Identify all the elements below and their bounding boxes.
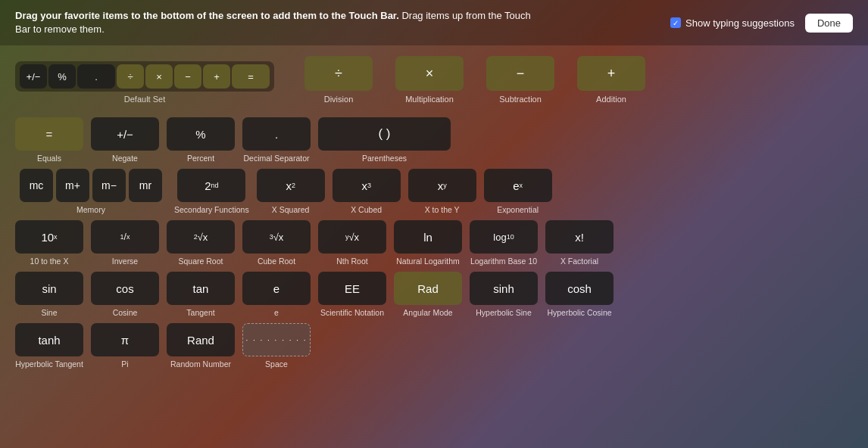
show-typing-text: Show typing suggestions [685,17,795,29]
default-multiply-btn[interactable]: × [145,64,173,89]
negate-label: Negate [112,154,138,163]
pi-btn[interactable]: π [91,323,159,356]
sin-label: Sine [41,308,57,317]
show-typing-checkbox[interactable]: ✓ [670,17,681,28]
cell-memory: mc m+ m− mr Memory [15,169,167,214]
cell-e: e e [242,272,311,317]
top-ops: ÷ Division × Multiplication − Subtractio… [304,56,645,104]
default-percent-btn[interactable]: % [48,64,76,89]
ee-label: Scientific Notation [320,308,384,317]
decimal-btn[interactable]: . [242,117,311,151]
decimal-label: Decimal Separator [244,154,310,163]
xfact-btn[interactable]: x! [545,220,614,254]
ln-btn[interactable]: ln [394,220,462,254]
cell-log10: log10 Logarithm Base 10 [470,220,538,266]
tanh-label: Hyperbolic Tangent [15,359,83,369]
ee-btn[interactable]: EE [318,272,386,305]
done-button[interactable]: Done [805,14,853,33]
mr-btn[interactable]: mr [129,169,162,202]
rand-label: Random Number [170,359,231,369]
cell-cos: cos Cosine [91,272,159,317]
multiplication-btn[interactable]: × [395,56,464,91]
nthroot-label: Nth Root [336,257,367,266]
cos-btn[interactable]: cos [91,272,159,305]
cell-xsquared: x2 X Squared [257,169,325,214]
cell-parentheses: ( ) Parentheses [318,117,451,163]
cell-decimal: . Decimal Separator [242,117,311,163]
rand-btn[interactable]: Rand [167,323,235,356]
subtraction-btn[interactable]: − [486,56,554,91]
row-4: sin Sine cos Cosine tan Tangent e e EE S… [15,272,853,317]
show-typing-label[interactable]: ✓ Show typing suggestions [670,17,795,29]
10tox-label: 10 to the X [30,257,69,266]
sqrt-label: Square Root [179,257,223,266]
cell-ln: ln Natural Logarithm [394,220,462,266]
equals-label: Equals [37,154,61,163]
xcubed-label: X Cubed [351,205,382,214]
default-set-row: +/− % . ÷ × − + = Default Set ÷ Division… [15,56,853,104]
pi-label: Pi [121,359,128,369]
default-negate-btn[interactable]: +/− [20,64,47,89]
division-label: Division [324,95,354,104]
10tox-btn[interactable]: 10x [15,220,83,254]
row-2: mc m+ m− mr Memory 2nd Secondary Functio… [15,169,853,214]
xtoy-label: X to the Y [425,205,460,214]
parentheses-btn[interactable]: ( ) [318,117,451,151]
default-decimal-btn[interactable]: . [77,64,115,89]
subtraction-label: Subtraction [499,95,542,104]
tan-btn[interactable]: tan [167,272,235,305]
e-btn[interactable]: e [242,272,311,305]
rad-btn[interactable]: Rad [394,272,462,305]
division-btn[interactable]: ÷ [304,56,373,91]
cell-xcubed: x3 X Cubed [333,169,401,214]
cell-sqrtx: 2√x Square Root [167,220,235,266]
tanh-btn[interactable]: tanh [15,323,83,356]
parentheses-label: Parentheses [362,154,407,163]
top-bar: Drag your favorite items to the bottom o… [0,0,868,45]
cell-tan: tan Tangent [167,272,235,317]
cell-xfact: x! X Factorial [545,220,614,266]
exponential-btn[interactable]: ex [484,169,552,202]
top-op-division: ÷ Division [304,56,373,104]
nthroot-btn[interactable]: y√x [318,220,386,254]
cell-space: · · · · · · · · · Space [242,323,311,369]
sinh-btn[interactable]: sinh [470,272,538,305]
xsquared-btn[interactable]: x2 [257,169,325,202]
cubert-btn[interactable]: 3√x [242,220,311,254]
default-divide-btn[interactable]: ÷ [117,64,144,89]
cell-percent: % Percent [167,117,235,163]
cell-exponential: ex Exponential [484,169,552,214]
xcubed-btn[interactable]: x3 [333,169,401,202]
negate-btn[interactable]: +/− [91,117,159,151]
default-equals-btn[interactable]: = [232,64,270,89]
secondary-btn[interactable]: 2nd [177,169,245,202]
sqrt-btn[interactable]: 2√x [167,220,235,254]
cell-cosh: cosh Hyperbolic Cosine [545,272,614,317]
space-btn[interactable]: · · · · · · · · · [242,323,311,356]
instruction-text: Drag your favorite items to the bottom o… [15,9,545,36]
cell-equals: = Equals [15,117,83,163]
addition-btn[interactable]: + [577,56,645,91]
cell-sinh: sinh Hyperbolic Sine [470,272,538,317]
default-set-buttons: +/− % . ÷ × − + = [15,61,274,92]
cubert-label: Cube Root [258,257,295,266]
mminus-btn[interactable]: m− [92,169,126,202]
xtoy-btn[interactable]: xy [408,169,476,202]
sin-btn[interactable]: sin [15,272,83,305]
inverse-label: Inverse [112,257,138,266]
default-subtract-btn[interactable]: − [174,64,201,89]
cos-label: Cosine [113,308,138,317]
mplus-btn[interactable]: m+ [56,169,89,202]
equals-btn[interactable]: = [15,117,83,151]
cosh-btn[interactable]: cosh [545,272,614,305]
cell-rad: Rad Angular Mode [394,272,462,317]
mc-btn[interactable]: mc [20,169,53,202]
inverse-btn[interactable]: 1/x [91,220,159,254]
cell-pi: π Pi [91,323,159,369]
percent-btn[interactable]: % [167,117,235,151]
main-content: +/− % . ÷ × − + = Default Set ÷ Division… [0,45,868,384]
default-set-label: Default Set [124,95,165,104]
log10-btn[interactable]: log10 [470,220,538,254]
default-add-btn[interactable]: + [203,64,230,89]
row-3: 10x 10 to the X 1/x Inverse 2√x Square R… [15,220,853,266]
